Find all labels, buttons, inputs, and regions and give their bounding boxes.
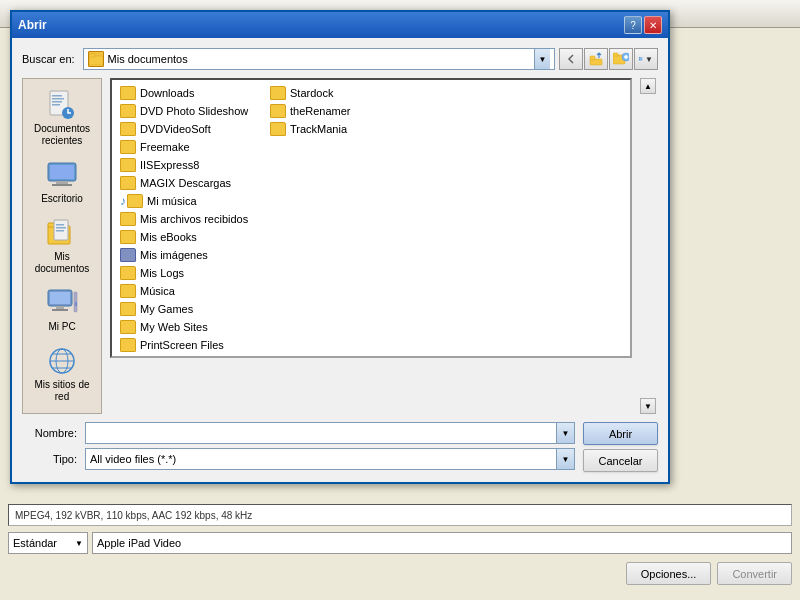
recent-docs-icon: [46, 89, 78, 121]
view-arrow-icon: ▼: [645, 55, 653, 64]
preset-combo[interactable]: Estándar ▼: [8, 532, 88, 554]
tipo-label: Tipo:: [22, 453, 77, 465]
svg-rect-8: [641, 57, 642, 58]
list-item[interactable]: Stardock: [266, 84, 408, 102]
svg-rect-3: [590, 56, 595, 60]
list-item[interactable]: MAGIX Descargas: [116, 174, 258, 192]
open-dialog: Abrir ? ✕ Buscar en: Mis documentos ▼: [10, 10, 670, 484]
scroll-up-button[interactable]: ▲: [640, 78, 656, 94]
scroll-down-button[interactable]: ▼: [640, 398, 656, 414]
nombre-row: Nombre: ▼: [22, 422, 575, 444]
file-column-2: StardocktheRenamerTrackMania: [262, 80, 412, 358]
sidebar-label-mi-pc: Mi PC: [48, 321, 75, 333]
location-text: Mis documentos: [108, 53, 530, 65]
svg-rect-0: [89, 56, 103, 65]
my-docs-icon: [46, 217, 78, 249]
tipo-input[interactable]: All video files (*.*) ▼: [85, 448, 575, 470]
file-list: DownloadsDVD Photo SlideshowDVDVideoSoft…: [112, 80, 630, 358]
list-item[interactable]: IISExpress8: [116, 156, 258, 174]
list-item[interactable]: Downloads: [116, 84, 258, 102]
sidebar-label-mis-documentos: Mis documentos: [27, 251, 97, 275]
desktop-icon: [46, 159, 78, 191]
list-item[interactable]: Freemake: [116, 138, 258, 156]
nav-buttons: ▼: [559, 48, 658, 70]
svg-rect-15: [52, 104, 60, 106]
file-list-container[interactable]: DownloadsDVD Photo SlideshowDVDVideoSoft…: [110, 78, 632, 358]
preset-row: Estándar ▼ Apple iPad Video: [0, 530, 800, 558]
svg-rect-32: [75, 302, 77, 306]
fields-section: Nombre: ▼ Tipo: All video files (*.*) ▼: [22, 422, 575, 470]
sidebar: Documentos recientes Escritorio: [22, 78, 102, 414]
list-item[interactable]: Mis imágenes: [116, 246, 258, 264]
location-dropdown[interactable]: Mis documentos ▼: [83, 48, 555, 70]
svg-rect-29: [56, 306, 64, 309]
location-combo-arrow[interactable]: ▼: [534, 49, 550, 69]
options-button[interactable]: Opciones...: [626, 562, 712, 585]
svg-rect-20: [52, 184, 72, 186]
svg-rect-24: [56, 224, 64, 226]
convert-button[interactable]: Convertir: [717, 562, 792, 585]
dialog-title: Abrir: [18, 18, 47, 32]
svg-rect-14: [52, 101, 62, 103]
svg-rect-26: [56, 230, 64, 232]
svg-rect-18: [50, 165, 74, 179]
list-item[interactable]: My Web Sites: [116, 318, 258, 336]
titlebar-buttons: ? ✕: [624, 16, 662, 34]
svg-rect-1: [89, 54, 95, 57]
list-item[interactable]: DVD Photo Slideshow: [116, 102, 258, 120]
dialog-titlebar: Abrir ? ✕: [12, 12, 668, 38]
file-column-1: DownloadsDVD Photo SlideshowDVDVideoSoft…: [112, 80, 262, 358]
svg-rect-9: [639, 59, 640, 60]
view-button[interactable]: ▼: [634, 48, 658, 70]
sidebar-item-escritorio[interactable]: Escritorio: [23, 153, 101, 211]
codec-info-bar: MPEG4, 192 kVBR, 110 kbps, AAC 192 kbps,…: [8, 504, 792, 526]
back-button[interactable]: [559, 48, 583, 70]
dialog-toolbar: Buscar en: Mis documentos ▼: [22, 48, 658, 70]
close-button[interactable]: ✕: [644, 16, 662, 34]
svg-rect-19: [56, 181, 68, 184]
dialog-bottom-fields: Nombre: ▼ Tipo: All video files (*.*) ▼ …: [22, 422, 658, 472]
sidebar-label-escritorio: Escritorio: [41, 193, 83, 205]
location-folder-icon: [88, 51, 104, 67]
list-item[interactable]: DVDVideoSoft: [116, 120, 258, 138]
nombre-combo-arrow[interactable]: ▼: [556, 423, 574, 443]
dialog-buttons: Abrir Cancelar: [583, 422, 658, 472]
abrir-button[interactable]: Abrir: [583, 422, 658, 445]
sidebar-item-documentos-recientes[interactable]: Documentos recientes: [23, 83, 101, 153]
list-item[interactable]: PrintScreen Files: [116, 336, 258, 354]
tipo-row: Tipo: All video files (*.*) ▼: [22, 448, 575, 470]
my-pc-icon: [46, 287, 78, 319]
new-folder-button[interactable]: [609, 48, 633, 70]
preset-value-field: Apple iPad Video: [92, 532, 792, 554]
dialog-main: Documentos recientes Escritorio: [22, 78, 658, 414]
bottom-buttons-row: Opciones... Convertir: [0, 558, 800, 591]
svg-rect-25: [56, 227, 66, 229]
preset-combo-arrow: ▼: [75, 539, 83, 548]
sidebar-item-mis-sitios-red[interactable]: Mis sitios de red: [23, 339, 101, 409]
dialog-body: Buscar en: Mis documentos ▼: [12, 38, 668, 482]
network-icon: [46, 345, 78, 377]
list-item[interactable]: Mis archivos recibidos: [116, 210, 258, 228]
svg-rect-30: [52, 309, 68, 311]
list-item[interactable]: My Games: [116, 300, 258, 318]
nombre-input[interactable]: ▼: [85, 422, 575, 444]
nombre-label: Nombre:: [22, 427, 77, 439]
list-item[interactable]: Mis Logs: [116, 264, 258, 282]
sidebar-item-mi-pc[interactable]: Mi PC: [23, 281, 101, 339]
codec-text: MPEG4, 192 kVBR, 110 kbps, AAC 192 kbps,…: [15, 510, 252, 521]
svg-rect-12: [52, 95, 62, 97]
svg-rect-10: [641, 59, 642, 60]
help-button[interactable]: ?: [624, 16, 642, 34]
list-item[interactable]: Mis eBooks: [116, 228, 258, 246]
tipo-combo-arrow[interactable]: ▼: [556, 449, 574, 469]
list-item[interactable]: Música: [116, 282, 258, 300]
up-button[interactable]: [584, 48, 608, 70]
svg-rect-13: [52, 98, 64, 100]
cancelar-button[interactable]: Cancelar: [583, 449, 658, 472]
list-item[interactable]: ♪Mi música: [116, 192, 258, 210]
list-item[interactable]: TrackMania: [266, 120, 408, 138]
list-item[interactable]: theRenamer: [266, 102, 408, 120]
sidebar-item-mis-documentos[interactable]: Mis documentos: [23, 211, 101, 281]
svg-rect-5: [613, 53, 618, 56]
svg-rect-7: [639, 57, 640, 58]
